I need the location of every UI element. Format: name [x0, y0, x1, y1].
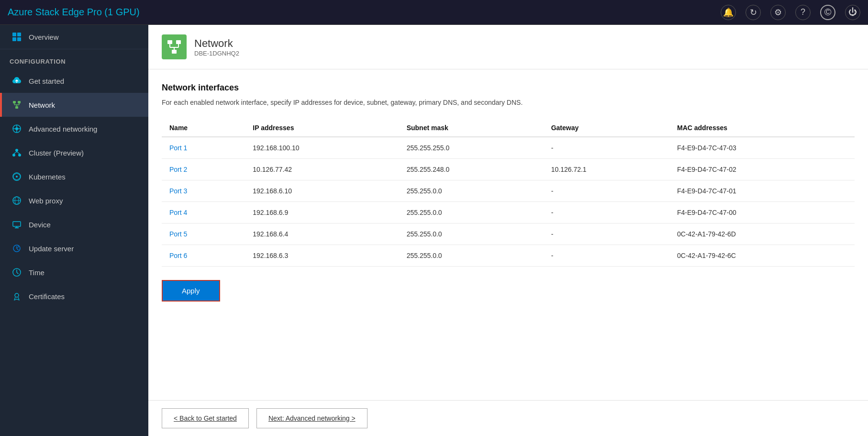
sidebar-item-device-label: Device	[29, 221, 51, 229]
subnet-mask-5: 255.255.0.0	[399, 224, 544, 245]
ip-address-5: 192.168.6.4	[245, 224, 399, 245]
col-name: Name	[162, 119, 245, 137]
cloud-upload-icon	[11, 76, 22, 86]
table-row: Port 1192.168.100.10255.255.255.0-F4-E9-…	[162, 137, 855, 159]
bell-icon[interactable]: 🔔	[721, 5, 736, 20]
subnet-mask-3: 255.255.0.0	[399, 180, 544, 202]
ip-address-4: 192.168.6.9	[245, 202, 399, 224]
svg-point-17	[15, 149, 18, 152]
sidebar-item-device[interactable]: Device	[0, 212, 148, 236]
col-ip: IP addresses	[245, 119, 399, 137]
sidebar-item-network[interactable]: Network	[0, 93, 148, 117]
next-button[interactable]: Next: Advanced networking >	[256, 408, 367, 428]
port-link-1[interactable]: Port 1	[162, 137, 245, 159]
sidebar-item-certificates-label: Certificates	[29, 292, 65, 301]
sidebar-item-cluster-label: Cluster (Preview)	[29, 149, 84, 157]
mac-address-2: F4-E9-D4-7C-47-02	[669, 159, 855, 180]
gateway-2: 10.126.72.1	[544, 159, 669, 180]
network-icon	[11, 100, 22, 110]
refresh-icon[interactable]: ↻	[746, 5, 761, 20]
svg-rect-3	[17, 37, 21, 41]
sidebar-item-cluster-preview[interactable]: Cluster (Preview)	[0, 141, 148, 165]
table-row: Port 4192.168.6.9255.255.0.0-F4-E9-D4-7C…	[162, 202, 855, 224]
port-link-4[interactable]: Port 4	[162, 202, 245, 224]
main-layout: Overview CONFIGURATION Get started	[0, 25, 868, 436]
svg-point-33	[15, 293, 19, 297]
settings-icon[interactable]: ⚙	[770, 5, 786, 20]
sidebar-item-get-started[interactable]: Get started	[0, 69, 148, 93]
grid-icon	[11, 32, 22, 42]
sidebar-item-overview-label: Overview	[29, 33, 59, 41]
apply-button[interactable]: Apply	[162, 280, 220, 302]
sidebar-item-web-proxy[interactable]: Web proxy	[0, 189, 148, 212]
title-bar: Azure Stack Edge Pro (1 GPU) 🔔 ↻ ⚙ ? © ⏻	[0, 0, 868, 25]
port-link-6[interactable]: Port 6	[162, 245, 245, 267]
ip-address-3: 192.168.6.10	[245, 180, 399, 202]
mac-address-5: 0C-42-A1-79-42-6D	[669, 224, 855, 245]
page-subtitle: DBE-1DGNHQ2	[194, 50, 239, 57]
subnet-mask-4: 255.255.0.0	[399, 202, 544, 224]
svg-point-19	[18, 154, 21, 157]
gateway-5: -	[544, 224, 669, 245]
sidebar-item-time[interactable]: Time	[0, 260, 148, 284]
sidebar-item-web-proxy-label: Web proxy	[29, 197, 63, 205]
gateway-6: -	[544, 245, 669, 267]
table-row: Port 210.126.77.42255.255.248.010.126.72…	[162, 159, 855, 180]
svg-line-20	[14, 152, 17, 154]
col-subnet: Subnet mask	[399, 119, 544, 137]
device-icon	[11, 219, 22, 230]
sidebar-item-certificates[interactable]: Certificates	[0, 284, 148, 308]
ip-address-6: 192.168.6.3	[245, 245, 399, 267]
port-link-2[interactable]: Port 2	[162, 159, 245, 180]
svg-line-21	[17, 152, 20, 154]
section-title: Network interfaces	[162, 83, 855, 93]
table-row: Port 3192.168.6.10255.255.0.0-F4-E9-D4-7…	[162, 180, 855, 202]
svg-rect-5	[18, 101, 21, 103]
gateway-3: -	[544, 180, 669, 202]
power-icon[interactable]: ⏻	[845, 5, 860, 20]
app-title: Azure Stack Edge Pro (1 GPU)	[8, 7, 140, 18]
subnet-mask-1: 255.255.255.0	[399, 137, 544, 159]
account-icon[interactable]: ©	[820, 5, 835, 20]
time-icon	[11, 267, 22, 278]
table-row: Port 6192.168.6.3255.255.0.0-0C-42-A1-79…	[162, 245, 855, 267]
svg-rect-2	[12, 37, 16, 41]
svg-point-12	[15, 127, 18, 130]
content-header-text: Network DBE-1DGNHQ2	[194, 37, 239, 57]
svg-rect-36	[172, 50, 177, 54]
mac-address-1: F4-E9-D4-7C-47-03	[669, 137, 855, 159]
section-description: For each enabled network interface, spec…	[162, 98, 855, 108]
ip-address-2: 10.126.77.42	[245, 159, 399, 180]
svg-rect-34	[167, 40, 172, 44]
gateway-4: -	[544, 202, 669, 224]
sidebar-item-kubernetes[interactable]: Kubernetes	[0, 165, 148, 189]
sidebar-item-update-server-label: Update server	[29, 245, 74, 253]
content-header: Network DBE-1DGNHQ2	[148, 25, 868, 69]
sidebar-item-get-started-label: Get started	[29, 77, 64, 85]
sidebar-item-advanced-networking[interactable]: Advanced networking	[0, 117, 148, 141]
network-interfaces-table: Name IP addresses Subnet mask Gateway MA…	[162, 119, 855, 267]
ip-address-1: 192.168.100.10	[245, 137, 399, 159]
col-mac: MAC addresses	[669, 119, 855, 137]
subnet-mask-6: 255.255.0.0	[399, 245, 544, 267]
help-icon[interactable]: ?	[795, 5, 811, 20]
sidebar: Overview CONFIGURATION Get started	[0, 25, 148, 436]
page-title: Network	[194, 37, 239, 50]
svg-rect-1	[17, 33, 21, 36]
sidebar-section-configuration: CONFIGURATION	[0, 49, 148, 69]
svg-point-18	[12, 154, 15, 157]
sidebar-item-update-server[interactable]: Update server	[0, 236, 148, 260]
sidebar-item-overview[interactable]: Overview	[0, 25, 148, 49]
svg-rect-6	[15, 106, 18, 109]
sidebar-item-advanced-networking-label: Advanced networking	[29, 125, 97, 133]
mac-address-6: 0C-42-A1-79-42-6C	[669, 245, 855, 267]
gateway-1: -	[544, 137, 669, 159]
table-row: Port 5192.168.6.4255.255.0.0-0C-42-A1-79…	[162, 224, 855, 245]
content-footer: < Back to Get started Next: Advanced net…	[148, 400, 868, 436]
port-link-5[interactable]: Port 5	[162, 224, 245, 245]
back-button[interactable]: < Back to Get started	[162, 408, 249, 428]
port-link-3[interactable]: Port 3	[162, 180, 245, 202]
table-header: Name IP addresses Subnet mask Gateway MA…	[162, 119, 855, 137]
content-body: Network interfaces For each enabled netw…	[148, 69, 868, 400]
web-icon	[11, 195, 22, 206]
